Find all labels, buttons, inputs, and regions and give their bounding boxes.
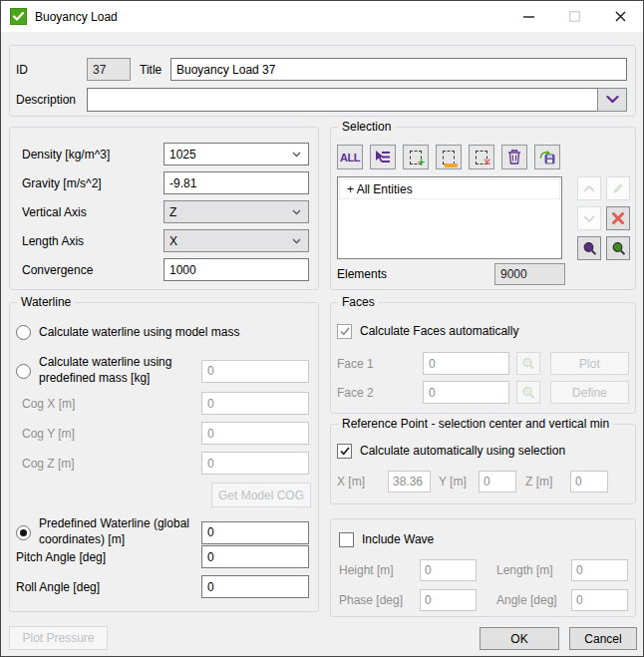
radio-predefined-waterline-circle[interactable] [16,525,31,540]
calc-faces-checkbox-row[interactable]: Calculate Faces automatically [337,323,518,339]
header-group: ID Title Description [9,45,636,117]
parameters-group: Density [kg/m^3] 1025 Gravity [m/s^2] Ve… [9,127,319,290]
pick-from-list-icon [375,150,391,164]
close-icon[interactable] [597,1,643,32]
subtract-from-selection-button[interactable]: ▬ [436,145,462,169]
check-icon [340,447,350,456]
select-all-button[interactable]: ALL [337,145,363,169]
radio-predefined-mass[interactable]: Calculate waterline using predefined mas… [16,353,309,389]
buoyancy-load-dialog: Buoyancy Load ID Title Description [0,0,644,657]
pick-from-list-button[interactable] [370,145,396,169]
minimize-icon[interactable] [505,1,551,32]
gravity-field[interactable] [163,171,309,194]
check-icon [340,327,350,336]
radio-model-mass-circle[interactable] [16,325,31,340]
pencil-icon [612,182,624,194]
roll-angle-field[interactable] [201,575,309,598]
move-down-button [577,206,601,230]
list-item[interactable]: + All Entities [339,178,560,199]
ref-y-label: Y [m] [439,475,479,489]
chevron-down-icon [292,152,301,158]
clear-selection-button[interactable] [606,206,630,230]
ref-y-field [479,471,516,493]
calc-faces-checkbox[interactable] [337,324,352,339]
id-field [87,58,131,81]
elements-label: Elements [337,267,494,281]
description-field[interactable] [87,88,598,112]
maximize-icon [551,1,597,32]
faces-group-title: Faces [338,295,379,309]
save-selection-button[interactable] [534,145,560,169]
predefined-mass-field [201,360,309,383]
caption-buttons [505,1,643,32]
vertical-axis-combo[interactable]: Z [163,200,309,223]
description-dropdown-button[interactable] [597,88,627,112]
cog-y-label: Cog Y [m] [22,427,201,441]
roll-angle-label: Roll Angle [deg] [16,580,201,594]
define-face-button: Define [550,381,629,404]
wave-phase-label: Phase [deg] [339,593,420,607]
select-all-icon: ALL [340,152,360,164]
plot-pressure-button: Plot Pressure [9,626,108,650]
get-model-cog-button: Get Model COG [211,483,311,507]
wave-angle-field [571,589,628,611]
face1-label: Face 1 [337,357,423,371]
ref-z-label: Z [m] [525,475,570,489]
window-title: Buoyancy Load [35,10,118,24]
radio-predefined-mass-circle[interactable] [16,364,31,379]
predefined-waterline-field[interactable] [201,521,309,544]
reference-point-group: Reference Point - selection center and v… [330,424,636,504]
title-label: Title [140,63,170,77]
selection-list[interactable]: + All Entities [337,176,562,259]
cog-z-label: Cog Z [m] [22,457,201,471]
marquee-remove-icon: ✕ [476,151,487,164]
vertical-axis-label: Vertical Axis [22,205,163,219]
cog-z-field [201,452,309,475]
pitch-angle-field[interactable] [201,545,309,568]
chevron-down-icon [292,209,301,215]
chevron-down-icon [606,96,619,104]
calc-refpoint-checkbox-row[interactable]: Calculate automatically using selection [337,443,565,459]
plot-face-button: Plot [550,352,629,375]
wave-angle-label: Angle [deg] [496,593,571,607]
chevron-down-icon [583,215,595,222]
cog-y-field [201,422,309,445]
remove-from-selection-button[interactable]: ✕ [469,145,494,169]
ref-z-field [570,471,608,493]
title-field[interactable] [170,58,627,81]
add-to-selection-button[interactable]: + [403,145,429,169]
calc-refpoint-checkbox[interactable] [337,444,352,459]
waterline-group-title: Waterline [17,295,75,309]
save-selection-icon [539,150,555,164]
include-wave-checkbox-row[interactable]: Include Wave [339,531,434,547]
radio-model-mass[interactable]: Calculate waterline using model mass [16,323,310,341]
description-label: Description [16,93,87,107]
gravity-label: Gravity [m/s^2] [22,176,163,190]
wave-group: Include Wave Height [m] Length [m] Phase… [330,518,636,617]
delete-selection-button[interactable] [501,145,527,169]
zoom-fit-button[interactable] [606,236,630,260]
ref-x-field [388,471,431,493]
selection-toolbar: ALL + ▬ [337,145,560,169]
convergence-label: Convergence [22,263,163,277]
check-icon [10,8,27,25]
chevron-up-icon [583,185,595,192]
cancel-button[interactable]: Cancel [569,627,637,650]
id-label: ID [16,63,87,77]
convergence-field[interactable] [163,258,309,281]
wave-length-field [571,559,628,581]
ok-button[interactable]: OK [480,627,559,650]
density-combo[interactable]: 1025 [163,143,309,165]
length-axis-label: Length Axis [22,234,163,248]
length-axis-combo[interactable]: X [163,229,309,252]
include-wave-checkbox[interactable] [339,532,354,547]
wave-height-label: Height [m] [339,563,420,577]
magnifier-icon [521,386,535,400]
elements-field [494,263,565,285]
face2-label: Face 2 [337,386,423,400]
wave-length-label: Length [m] [496,563,571,577]
wave-height-field [420,559,477,581]
reference-point-group-title: Reference Point - selection center and v… [338,417,613,431]
zoom-selection-button[interactable] [577,236,601,260]
titlebar: Buoyancy Load [1,1,643,32]
